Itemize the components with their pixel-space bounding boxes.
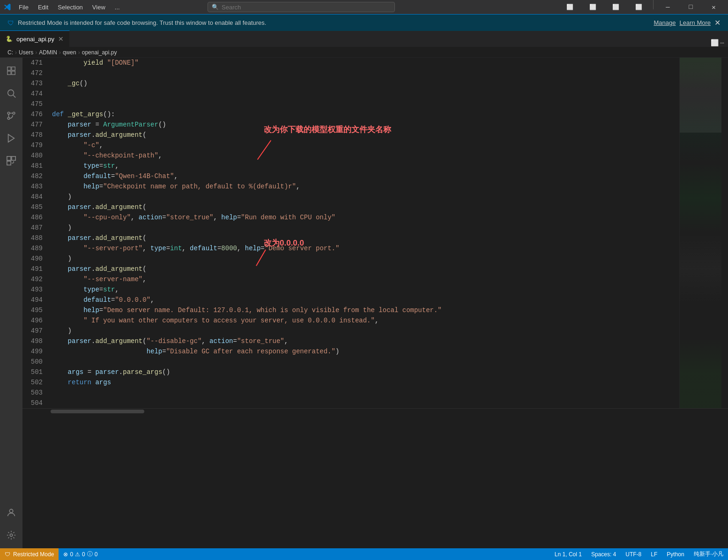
activity-search[interactable]	[2, 84, 21, 103]
shield-status-icon: 🛡	[5, 551, 10, 558]
activity-extensions[interactable]	[2, 151, 21, 170]
learn-more-link[interactable]: Learn More	[680, 19, 711, 26]
error-count: 0	[70, 551, 73, 558]
code-line-491: parser.add_argument(	[52, 264, 679, 274]
svg-point-14	[10, 534, 13, 537]
activity-bar	[0, 58, 22, 548]
title-search-box[interactable]: 🔍	[208, 2, 395, 12]
language-text: Python	[667, 551, 684, 558]
code-line-486: "--cpu-only", action="store_true", help=…	[52, 212, 679, 223]
notification-bar: 🛡 Restricted Mode is intended for safe c…	[0, 14, 728, 31]
code-line-497: )	[52, 326, 679, 336]
activity-profile[interactable]	[2, 503, 21, 522]
notification-close-btn[interactable]: ✕	[714, 18, 721, 27]
code-line-478: parser.add_argument(	[52, 130, 679, 140]
errors-status[interactable]: ⊗ 0 ⚠ 0 ⓘ 0	[59, 548, 102, 560]
manage-link[interactable]: Manage	[654, 19, 676, 26]
code-editor[interactable]: 471 472 473 474 475 476 477 478 479 480 …	[22, 58, 728, 408]
encoding-status[interactable]: UTF-8	[621, 548, 646, 560]
svg-line-5	[13, 95, 15, 97]
restricted-mode-status[interactable]: 🛡 Restricted Mode	[0, 548, 59, 560]
layout-btn-2[interactable]: ⬜	[582, 0, 603, 14]
code-line-503	[52, 388, 679, 398]
breadcrumb: C: › Users › ADMIN › qwen › openai_api.p…	[0, 47, 728, 58]
activity-source-control[interactable]	[2, 106, 21, 125]
breadcrumb-admin[interactable]: ADMIN	[39, 49, 57, 56]
code-line-482: default="Qwen-14B-Chat",	[52, 171, 679, 181]
search-icon: 🔍	[212, 4, 219, 11]
code-line-476: def _get_args():	[52, 109, 679, 119]
spaces-status[interactable]: Spaces: 4	[587, 548, 621, 560]
menu-selection[interactable]: Selection	[54, 3, 86, 12]
minimize-btn[interactable]: —	[657, 0, 678, 14]
svg-point-6	[7, 112, 10, 114]
layout-btn-3[interactable]: ⬜	[605, 0, 626, 14]
svg-rect-3	[12, 71, 15, 75]
search-input[interactable]	[222, 4, 391, 11]
svg-point-13	[9, 509, 13, 513]
line-ending-text: LF	[651, 551, 657, 558]
svg-rect-2	[7, 71, 11, 75]
more-actions-icon[interactable]: ⋯	[721, 39, 724, 47]
line-ending-status[interactable]: LF	[646, 548, 662, 560]
user-status[interactable]: 纯新手·小凡	[689, 548, 728, 560]
status-right: Ln 1, Col 1 Spaces: 4 UTF-8 LF Python 纯新…	[550, 548, 728, 560]
vscode-icon	[4, 3, 11, 11]
tab-close-btn[interactable]: ✕	[58, 35, 64, 43]
warning-count: 0	[82, 551, 85, 558]
minimap-viewport	[680, 58, 721, 133]
split-editor-icon[interactable]: ⬜	[711, 39, 719, 47]
maximize-btn[interactable]: □	[680, 0, 701, 14]
code-line-484: )	[52, 192, 679, 202]
tab-filename: openai_api.py	[16, 36, 54, 43]
language-status[interactable]: Python	[662, 548, 689, 560]
svg-point-7	[13, 112, 15, 114]
spaces-text: Spaces: 4	[591, 551, 616, 558]
activity-settings[interactable]	[2, 526, 21, 545]
code-content[interactable]: yield "[DONE]" _gc() def _get_args(): pa…	[48, 58, 679, 408]
close-btn[interactable]: ✕	[703, 0, 724, 14]
horizontal-scrollbar[interactable]	[22, 408, 728, 414]
layout-btn-1[interactable]: ⬜	[559, 0, 580, 14]
code-line-493: type=str,	[52, 284, 679, 295]
minimap	[679, 58, 721, 408]
activity-explorer[interactable]	[2, 61, 21, 80]
line-col-status[interactable]: Ln 1, Col 1	[550, 548, 587, 560]
code-line-496: " If you want other computers to access …	[52, 315, 679, 326]
status-bar: 🛡 Restricted Mode ⊗ 0 ⚠ 0 ⓘ 0 Ln 1, Col …	[0, 548, 728, 560]
editor-tab[interactable]: 🐍 openai_api.py ✕	[0, 30, 70, 47]
svg-point-8	[7, 117, 10, 119]
code-line-504	[52, 398, 679, 408]
layout-btn-4[interactable]: ⬜	[628, 0, 649, 14]
activity-run-debug[interactable]	[2, 129, 21, 148]
menu-view[interactable]: View	[89, 3, 109, 12]
shield-icon: 🛡	[7, 19, 14, 27]
menu-more[interactable]: ...	[111, 3, 124, 12]
code-line-498: parser.add_argument("--disable-gc", acti…	[52, 336, 679, 346]
info-icon: ⓘ	[87, 550, 93, 558]
code-line-483: help="Checkpoint name or path, default t…	[52, 181, 679, 192]
code-line-499: help="Disable GC after each response gen…	[52, 346, 679, 357]
menu-edit[interactable]: Edit	[34, 3, 52, 12]
code-line-500	[52, 357, 679, 367]
activity-bottom-icons	[2, 503, 21, 548]
code-line-494: default="0.0.0.0",	[52, 295, 679, 305]
main-layout: 471 472 473 474 475 476 477 478 479 480 …	[0, 58, 728, 548]
code-line-474	[52, 89, 679, 99]
code-line-490: )	[52, 254, 679, 264]
code-line-472	[52, 68, 679, 78]
tab-bar: 🐍 openai_api.py ✕ ⬜ ⋯	[0, 31, 728, 47]
h-scrollbar-thumb[interactable]	[51, 410, 144, 413]
notification-text: Restricted Mode is intended for safe cod…	[18, 19, 650, 26]
breadcrumb-file[interactable]: openai_api.py	[82, 49, 117, 56]
status-left: 🛡 Restricted Mode ⊗ 0 ⚠ 0 ⓘ 0	[0, 548, 102, 560]
breadcrumb-c[interactable]: C:	[7, 49, 13, 56]
breadcrumb-qwen[interactable]: qwen	[63, 49, 76, 56]
info-count: 0	[95, 551, 98, 558]
vertical-scrollbar[interactable]	[721, 58, 728, 408]
menu-file[interactable]: File	[15, 3, 32, 12]
svg-point-4	[8, 90, 14, 96]
editor-tab-actions: ⬜ ⋯	[711, 39, 728, 47]
breadcrumb-users[interactable]: Users	[19, 49, 33, 56]
line-col-text: Ln 1, Col 1	[555, 551, 582, 558]
